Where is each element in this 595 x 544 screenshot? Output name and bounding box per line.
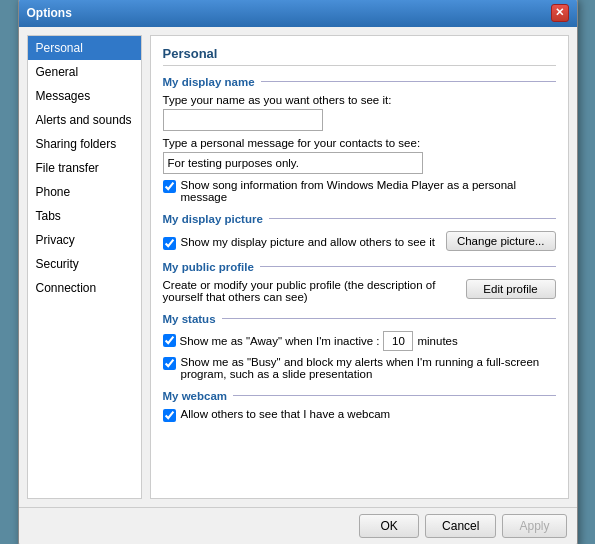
- webcam-checkbox[interactable]: [163, 409, 176, 422]
- content-area: PersonalGeneralMessagesAlerts and sounds…: [19, 27, 577, 507]
- public-profile-row: Create or modify your public profile (th…: [163, 279, 556, 303]
- name-field-label: Type your name as you want others to see…: [163, 94, 556, 106]
- wmp-checkbox-label: Show song information from Windows Media…: [181, 179, 556, 203]
- close-button[interactable]: ✕: [551, 4, 569, 22]
- options-window: Options ✕ PersonalGeneralMessagesAlerts …: [18, 0, 578, 544]
- away-status-row: Show me as "Away" when I'm inactive : mi…: [163, 331, 556, 351]
- personal-message-input[interactable]: [163, 152, 423, 174]
- away-minutes-input[interactable]: [383, 331, 413, 351]
- titlebar: Options ✕: [19, 0, 577, 27]
- wmp-checkbox-row: Show song information from Windows Media…: [163, 179, 556, 203]
- busy-checkbox[interactable]: [163, 357, 176, 370]
- window-title: Options: [27, 6, 72, 20]
- cancel-button[interactable]: Cancel: [425, 514, 496, 538]
- display-name-input[interactable]: [163, 109, 323, 131]
- sidebar-item-connection[interactable]: Connection: [28, 276, 141, 300]
- display-picture-section-header: My display picture: [163, 213, 556, 225]
- busy-checkbox-row: Show me as "Busy" and block my alerts wh…: [163, 356, 556, 380]
- panel-title: Personal: [163, 46, 556, 66]
- public-profile-section-header: My public profile: [163, 261, 556, 273]
- display-picture-row: Show my display picture and allow others…: [163, 231, 556, 251]
- edit-profile-button[interactable]: Edit profile: [466, 279, 556, 299]
- webcam-checkbox-row: Allow others to see that I have a webcam: [163, 408, 556, 422]
- away-checkbox[interactable]: [163, 334, 176, 347]
- minutes-label: minutes: [417, 335, 457, 347]
- sidebar-item-messages[interactable]: Messages: [28, 84, 141, 108]
- busy-checkbox-label: Show me as "Busy" and block my alerts wh…: [181, 356, 556, 380]
- display-name-section: My display name Type your name as you wa…: [163, 76, 556, 203]
- show-picture-checkbox[interactable]: [163, 237, 176, 250]
- sidebar-item-file-transfer[interactable]: File transfer: [28, 156, 141, 180]
- show-picture-label: Show my display picture and allow others…: [181, 236, 435, 248]
- footer: OK Cancel Apply: [19, 507, 577, 545]
- message-field-label: Type a personal message for your contact…: [163, 137, 556, 149]
- ok-button[interactable]: OK: [359, 514, 419, 538]
- display-picture-section: My display picture Show my display pictu…: [163, 213, 556, 251]
- webcam-section: My webcam Allow others to see that I hav…: [163, 390, 556, 422]
- show-picture-checkbox-row: Show my display picture and allow others…: [163, 236, 436, 250]
- apply-button[interactable]: Apply: [502, 514, 566, 538]
- sidebar-item-alerts-and-sounds[interactable]: Alerts and sounds: [28, 108, 141, 132]
- status-section-header: My status: [163, 313, 556, 325]
- status-section: My status Show me as "Away" when I'm ina…: [163, 313, 556, 380]
- main-panel: Personal My display name Type your name …: [150, 35, 569, 499]
- sidebar-item-tabs[interactable]: Tabs: [28, 204, 141, 228]
- webcam-checkbox-label: Allow others to see that I have a webcam: [181, 408, 391, 420]
- sidebar-item-personal[interactable]: Personal: [28, 36, 141, 60]
- sidebar-item-security[interactable]: Security: [28, 252, 141, 276]
- sidebar-item-general[interactable]: General: [28, 60, 141, 84]
- change-picture-button[interactable]: Change picture...: [446, 231, 556, 251]
- wmp-checkbox[interactable]: [163, 180, 176, 193]
- webcam-section-header: My webcam: [163, 390, 556, 402]
- sidebar-item-privacy[interactable]: Privacy: [28, 228, 141, 252]
- display-picture-left: Show my display picture and allow others…: [163, 231, 436, 250]
- sidebar: PersonalGeneralMessagesAlerts and sounds…: [27, 35, 142, 499]
- sidebar-item-phone[interactable]: Phone: [28, 180, 141, 204]
- public-profile-description: Create or modify your public profile (th…: [163, 279, 456, 303]
- away-checkbox-label: Show me as "Away" when I'm inactive :: [180, 335, 380, 347]
- sidebar-item-sharing-folders[interactable]: Sharing folders: [28, 132, 141, 156]
- display-name-section-header: My display name: [163, 76, 556, 88]
- public-profile-section: My public profile Create or modify your …: [163, 261, 556, 303]
